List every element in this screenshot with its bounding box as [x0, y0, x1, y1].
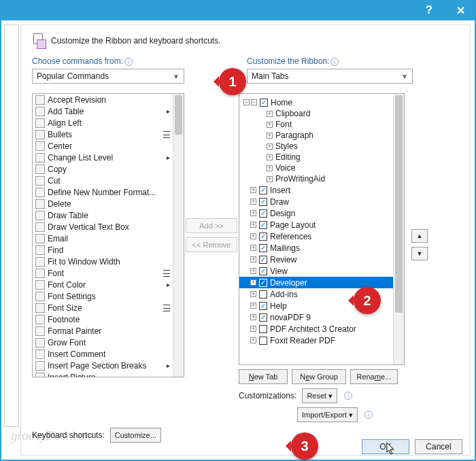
move-up-button[interactable]: ▲ — [411, 229, 428, 243]
expander-icon[interactable]: + — [267, 154, 273, 160]
choose-commands-combo[interactable]: Popular Commands ▼ — [32, 69, 184, 84]
command-item[interactable]: Copy — [33, 163, 173, 175]
expander-icon[interactable]: + — [267, 122, 273, 128]
checkbox[interactable]: ✓ — [259, 244, 267, 252]
scrollbar[interactable] — [173, 94, 184, 377]
expander-icon[interactable]: + — [267, 111, 273, 117]
tree-item-tab[interactable]: +✓Mailings — [239, 242, 393, 254]
close-icon[interactable]: ✕ — [445, 0, 476, 20]
tree-item-tab[interactable]: +✓Insert — [239, 184, 393, 196]
command-item[interactable]: Insert Page Section Breaks▸ — [33, 360, 173, 371]
checkbox[interactable]: ✓ — [259, 267, 267, 275]
expander-icon[interactable]: + — [250, 303, 256, 309]
reset-button[interactable]: Reset ▾ — [302, 388, 337, 403]
command-item[interactable]: Center — [33, 140, 173, 152]
scrollbar-thumb[interactable] — [395, 95, 403, 313]
command-item[interactable]: Accept Revision — [33, 94, 173, 105]
command-item[interactable]: Delete — [33, 198, 173, 209]
tree-item-tab[interactable]: +✓Review — [239, 254, 393, 265]
tree-item-tab[interactable]: +Foxit Reader PDF — [239, 335, 393, 346]
import-export-button[interactable]: Import/Export ▾ — [297, 407, 358, 422]
add-button[interactable]: Add >> — [186, 218, 237, 233]
command-item[interactable]: Insert Comment — [33, 348, 173, 360]
tree-item-tab[interactable]: +✓View — [239, 265, 393, 277]
ribbon-tree[interactable]: −−✓Home+Clipboard+Font+Paragraph+Styles+… — [239, 93, 405, 365]
tree-item-tab[interactable]: +✓Draw — [239, 196, 393, 207]
expander-icon[interactable]: + — [250, 279, 256, 286]
command-item[interactable]: Font Color▸ — [33, 279, 173, 290]
command-item[interactable]: Cut — [33, 175, 173, 186]
checkbox[interactable]: ✓ — [260, 99, 268, 107]
checkbox[interactable]: ✓ — [259, 186, 267, 194]
expander-icon[interactable]: + — [250, 245, 256, 251]
tree-item-tab[interactable]: +PDF Architect 3 Creator — [239, 323, 393, 335]
checkbox[interactable]: ✓ — [259, 313, 267, 322]
remove-button[interactable]: << Remove — [186, 237, 237, 252]
scrollbar-thumb[interactable] — [175, 95, 182, 135]
checkbox[interactable]: ✓ — [259, 302, 267, 310]
expander-icon[interactable]: − — [251, 99, 257, 105]
command-item[interactable]: Find — [33, 244, 173, 256]
move-down-button[interactable]: ▼ — [411, 247, 428, 260]
ok-button[interactable]: OK — [362, 439, 409, 454]
command-item[interactable]: Format Painter — [33, 325, 173, 337]
expander-icon[interactable]: + — [250, 199, 256, 205]
customize-shortcuts-button[interactable]: Customize... — [110, 428, 161, 443]
expander-icon[interactable]: + — [250, 314, 256, 320]
expander-icon[interactable]: + — [250, 222, 256, 228]
tree-item-tab[interactable]: +✓Page Layout — [239, 219, 393, 230]
checkbox[interactable] — [259, 325, 267, 333]
help-icon[interactable]: i — [344, 392, 352, 400]
expander-icon[interactable]: + — [250, 337, 256, 343]
expander-icon[interactable]: − — [243, 99, 250, 105]
command-item[interactable]: Grow Font — [33, 337, 173, 348]
tree-item-tab[interactable]: +✓References — [239, 230, 393, 242]
tree-group[interactable]: +Voice — [239, 163, 393, 173]
tree-item-home[interactable]: −✓Home — [251, 97, 292, 108]
checkbox[interactable] — [259, 290, 267, 298]
new-tab-button[interactable]: New Tab — [239, 369, 288, 384]
command-item[interactable]: Draw Table — [33, 209, 173, 221]
tree-group[interactable]: +Editing — [239, 152, 393, 163]
checkbox[interactable]: ✓ — [259, 256, 267, 264]
expander-icon[interactable]: + — [250, 233, 256, 239]
tree-group[interactable]: +Styles — [239, 141, 393, 152]
command-item[interactable]: Define New Number Format... — [33, 186, 173, 198]
tree-root[interactable]: −−✓Home — [239, 97, 393, 108]
expander-icon[interactable]: + — [250, 187, 256, 193]
tree-group[interactable]: +Clipboard — [239, 108, 393, 119]
new-group-button[interactable]: New Group — [292, 369, 346, 384]
tree-group[interactable]: +Paragraph — [239, 130, 393, 141]
expander-icon[interactable]: + — [267, 143, 273, 150]
help-icon[interactable]: ? — [413, 0, 445, 20]
expander-icon[interactable]: + — [250, 268, 256, 274]
expander-icon[interactable]: + — [250, 326, 256, 332]
checkbox[interactable]: ✓ — [259, 233, 267, 241]
checkbox[interactable]: ✓ — [259, 221, 267, 229]
help-icon[interactable]: i — [330, 58, 339, 66]
command-item[interactable]: Add Table▸ — [33, 105, 173, 117]
tree-item-tab[interactable]: +✓Design — [239, 207, 393, 219]
command-item[interactable]: Bullets — [33, 129, 173, 140]
command-item[interactable]: Font — [33, 267, 173, 279]
cancel-button[interactable]: Cancel — [415, 439, 462, 454]
command-item[interactable]: Insert Picture — [33, 371, 173, 377]
checkbox[interactable] — [259, 337, 267, 345]
expander-icon[interactable]: + — [250, 256, 256, 262]
checkbox[interactable]: ✓ — [259, 198, 267, 206]
checkbox[interactable]: ✓ — [259, 279, 267, 287]
command-item[interactable]: Fit to Window Width — [33, 256, 173, 267]
tree-group[interactable]: +ProWritingAid — [239, 173, 393, 184]
scrollbar[interactable] — [393, 94, 404, 364]
commands-listbox[interactable]: Accept RevisionAdd Table▸Align LeftBulle… — [32, 93, 184, 377]
command-item[interactable]: Font Size — [33, 302, 173, 313]
help-icon[interactable]: i — [124, 58, 133, 66]
expander-icon[interactable]: + — [267, 133, 273, 139]
command-item[interactable]: Draw Vertical Text Box — [33, 221, 173, 233]
expander-icon[interactable]: + — [250, 291, 256, 297]
command-item[interactable]: Email — [33, 233, 173, 244]
expander-icon[interactable]: + — [250, 210, 256, 216]
command-item[interactable]: Footnote — [33, 313, 173, 325]
expander-icon[interactable]: + — [267, 165, 273, 171]
rename-button[interactable]: Rename... — [350, 369, 398, 384]
